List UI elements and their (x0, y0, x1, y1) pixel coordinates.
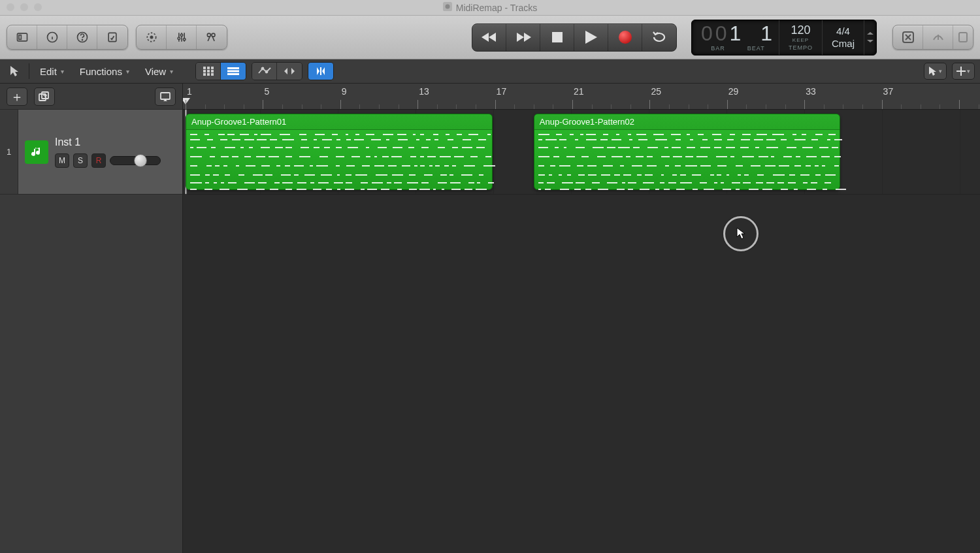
svg-marker-24 (517, 33, 524, 42)
svg-rect-60 (161, 93, 170, 99)
automation-button[interactable] (252, 63, 277, 80)
catch-playhead-button[interactable] (308, 63, 333, 80)
svg-marker-53 (929, 67, 936, 76)
left-click-tool[interactable]: ▾ (924, 63, 947, 80)
record-icon (619, 31, 632, 44)
midi-region[interactable]: Anup-Groove1-Pattern01 (186, 114, 493, 190)
track-row[interactable]: 1 Inst 1 M S R (0, 110, 182, 195)
grid-view-button[interactable] (196, 63, 221, 80)
svg-marker-25 (524, 33, 531, 42)
mixer-button[interactable] (167, 25, 197, 49)
svg-marker-27 (585, 31, 597, 44)
svg-rect-51 (320, 67, 321, 75)
lcd-tempo-mode[interactable]: KEEP (792, 37, 809, 43)
svg-point-17 (183, 39, 185, 40)
add-track-button[interactable]: ＋ (7, 87, 27, 106)
track-list-panel: ＋ 1 Inst 1 M S R (0, 84, 183, 553)
svg-marker-29 (867, 40, 874, 42)
cycle-button[interactable] (642, 24, 676, 51)
list-view-button[interactable] (221, 63, 246, 80)
arrow-tool-toggle[interactable] (5, 63, 24, 80)
notepad-button[interactable] (97, 25, 127, 49)
region-notes-preview (189, 131, 489, 187)
lcd-bar-value[interactable]: 1 (730, 22, 744, 45)
lcd-display[interactable]: 001 1 BARBEAT 120 KEEP TEMPO 4/4 Cmaj (691, 20, 877, 55)
midi-region[interactable]: Anup-Groove1-Pattern02 (534, 114, 841, 190)
edit-menu[interactable]: Edit▾ (35, 63, 69, 80)
catch-segment (308, 62, 334, 80)
svg-point-1 (445, 5, 449, 9)
stop-button[interactable] (540, 24, 574, 51)
lcd-beat-value[interactable]: 1 (760, 22, 775, 45)
empty-arrange-area[interactable] (183, 195, 980, 553)
track-list-empty-area[interactable] (0, 195, 182, 553)
flex-button[interactable] (277, 63, 302, 80)
play-button[interactable] (574, 24, 608, 51)
cmd-click-tool[interactable]: ▾ (952, 63, 975, 80)
volume-thumb[interactable] (134, 154, 147, 167)
svg-rect-44 (211, 73, 214, 76)
ruler-bar-number: 5 (264, 86, 269, 97)
svg-marker-22 (489, 33, 496, 42)
svg-marker-35 (10, 66, 18, 76)
left-panel-buttons (7, 25, 128, 50)
close-window-icon[interactable] (7, 3, 14, 11)
minimize-window-icon[interactable] (20, 3, 28, 11)
functions-menu[interactable]: Functions▾ (74, 63, 135, 80)
window-title: MidiRemap - Tracks (456, 3, 537, 13)
automation-segment (252, 62, 302, 80)
track-lane[interactable]: Anup-Groove1-Pattern01Anup-Groove1-Patte… (183, 110, 980, 195)
quick-help-button[interactable] (67, 25, 97, 49)
solo-button[interactable]: S (73, 153, 88, 168)
forward-button[interactable] (506, 24, 540, 51)
view-mode-segment (195, 62, 246, 80)
rewind-button[interactable] (472, 24, 506, 51)
smart-controls-button[interactable] (137, 25, 167, 49)
click-indicator (723, 216, 759, 251)
view-menu[interactable]: View▾ (140, 63, 178, 80)
svg-point-15 (178, 37, 180, 39)
mute-button[interactable]: M (55, 153, 69, 168)
toolbar-more-button[interactable] (953, 25, 973, 49)
library-button[interactable] (7, 25, 37, 49)
main-toolbar: 001 1 BARBEAT 120 KEEP TEMPO 4/4 Cmaj (0, 16, 980, 59)
svg-rect-26 (552, 32, 563, 42)
arrange-area[interactable]: 15913172125293337 Anup-Groove1-Pattern01… (183, 84, 980, 553)
record-enable-button[interactable]: R (91, 153, 106, 168)
region-title: Anup-Groove1-Pattern01 (186, 114, 492, 130)
view-buttons (136, 25, 227, 50)
svg-rect-43 (207, 73, 210, 76)
chevron-down-icon: ▾ (967, 68, 970, 74)
instrument-icon[interactable] (25, 140, 48, 164)
svg-marker-28 (867, 32, 874, 35)
record-button[interactable] (608, 24, 642, 51)
global-tracks-button[interactable] (155, 87, 176, 106)
duplicate-track-button[interactable] (34, 87, 55, 106)
lcd-tempo-value[interactable]: 120 (791, 24, 810, 36)
toolbar-tuner-button[interactable] (923, 25, 953, 49)
svg-rect-47 (227, 73, 239, 75)
ruler-bar-number: 37 (883, 86, 894, 97)
lcd-settings-chevron[interactable] (864, 20, 876, 55)
inspector-button[interactable] (37, 25, 67, 49)
svg-rect-40 (207, 70, 210, 72)
svg-rect-38 (211, 67, 214, 69)
svg-rect-39 (203, 70, 206, 72)
svg-rect-42 (203, 73, 206, 76)
svg-rect-9 (108, 33, 116, 41)
lcd-key-value[interactable]: Cmaj (832, 39, 855, 48)
playhead-marker[interactable] (183, 98, 190, 104)
lcd-timesig-value[interactable]: 4/4 (836, 26, 850, 36)
zoom-window-icon[interactable] (34, 3, 42, 11)
toolbar-close-button[interactable] (893, 25, 923, 49)
window-controls[interactable] (7, 3, 42, 11)
track-name[interactable]: Inst 1 (55, 136, 161, 148)
svg-point-49 (265, 71, 267, 73)
bar-ruler[interactable]: 15913172125293337 (183, 84, 980, 110)
editors-button[interactable] (197, 25, 227, 49)
volume-slider[interactable] (110, 156, 161, 165)
lcd-bar-label: BAR (711, 45, 725, 52)
ruler-bar-number: 33 (806, 86, 816, 97)
app-title-icon (443, 2, 452, 13)
svg-marker-52 (322, 67, 325, 75)
